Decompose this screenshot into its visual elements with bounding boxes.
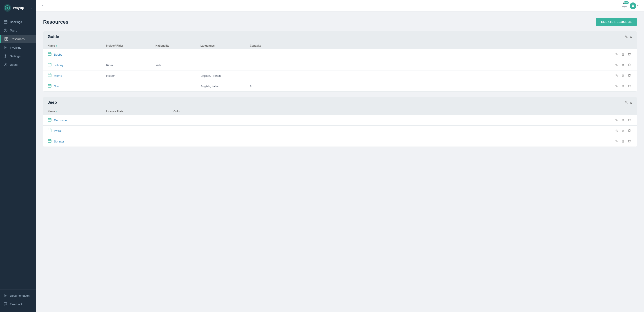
back-button[interactable]: ←: [41, 3, 46, 8]
guide-edit-icon[interactable]: ✎: [625, 35, 628, 39]
guide-col-name: Name ↑: [48, 44, 106, 47]
row-edit-button[interactable]: ✎: [614, 73, 620, 79]
tours-icon: [4, 28, 8, 32]
row-name[interactable]: Momo: [54, 74, 62, 77]
svg-rect-18: [48, 84, 51, 87]
table-row: Sprinter ✎ ⧉: [43, 136, 637, 147]
row-edit-button[interactable]: ✎: [614, 128, 620, 134]
row-name[interactable]: Patrol: [54, 129, 62, 133]
row-name-cell: Bobby: [48, 52, 106, 57]
svg-rect-16: [48, 63, 51, 66]
bookings-icon: [4, 20, 8, 24]
page-header: Resources CREATE RESOURCE: [43, 18, 637, 26]
users-icon: [4, 63, 8, 67]
svg-rect-5: [5, 37, 6, 39]
guide-col-capacity: Capacity: [250, 44, 632, 47]
row-delete-button[interactable]: [626, 128, 632, 134]
sidebar-item-tours[interactable]: Tours: [0, 26, 36, 35]
row-name-cell: Sprinter: [48, 139, 106, 144]
delete-icon: [628, 53, 631, 56]
guide-section-actions: ✎ ∧: [625, 35, 632, 39]
notification-badge: 99+: [624, 1, 629, 4]
row-delete-button[interactable]: [626, 73, 632, 79]
row-delete-button[interactable]: [626, 62, 632, 68]
svg-point-11: [5, 63, 6, 65]
row-delete-button[interactable]: [626, 139, 632, 144]
sidebar-item-invoicing[interactable]: Invoicing: [0, 43, 36, 52]
row-copy-button[interactable]: ⧉: [620, 128, 626, 134]
svg-rect-6: [6, 37, 8, 39]
create-resource-button[interactable]: CREATE RESOURCE: [596, 18, 637, 26]
row-edit-button[interactable]: ✎: [614, 52, 620, 57]
svg-rect-8: [6, 39, 8, 41]
guide-section-header: Guide ✎ ∧: [43, 31, 637, 42]
sidebar-item-documentation[interactable]: Documentation: [0, 291, 36, 300]
sidebar-collapse-icon[interactable]: ‹: [31, 6, 32, 10]
row-calendar-icon: [48, 118, 52, 123]
row-name[interactable]: Johnny: [54, 64, 63, 67]
user-menu[interactable]: ▾: [630, 3, 638, 9]
jeep-section: Jeep ✎ ∧ Name ↑ License Plate Color: [43, 97, 637, 147]
row-delete-button[interactable]: [626, 84, 632, 89]
sidebar-item-bookings[interactable]: Bookings: [0, 18, 36, 26]
guide-col-nationality: Nationality: [156, 44, 200, 47]
row-edit-button[interactable]: ✎: [614, 117, 620, 123]
row-delete-button[interactable]: [626, 52, 632, 57]
row-edit-button[interactable]: ✎: [614, 83, 620, 89]
row-copy-button[interactable]: ⧉: [620, 117, 626, 123]
row-actions: ✎ ⧉: [614, 117, 632, 123]
svg-rect-15: [48, 53, 51, 56]
row-copy-button[interactable]: ⧉: [620, 73, 626, 79]
sidebar-item-resources[interactable]: Resources: [0, 35, 36, 43]
sidebar-item-label-resources: Resources: [10, 37, 24, 41]
row-name-cell: Momo: [48, 73, 106, 78]
table-row: Johnny Rider Irish ✎ ⧉: [43, 60, 637, 70]
row-edit-button[interactable]: ✎: [614, 138, 620, 144]
sidebar-logo: wayop ‹: [0, 0, 36, 16]
jeep-name-sort-icon[interactable]: ↑: [56, 110, 57, 113]
guide-collapse-icon[interactable]: ∧: [630, 35, 632, 39]
row-copy-button[interactable]: ⧉: [620, 83, 626, 89]
row-name[interactable]: Toni: [54, 85, 59, 88]
sidebar-item-feedback[interactable]: Feedback: [0, 300, 36, 308]
row-edit-button[interactable]: ✎: [614, 62, 620, 68]
svg-rect-13: [4, 302, 7, 305]
row-nationality: Irish: [156, 64, 200, 67]
row-name[interactable]: Sprinter: [54, 140, 64, 143]
sidebar-item-label-bookings: Bookings: [10, 20, 22, 24]
row-copy-button[interactable]: ⧉: [620, 62, 626, 68]
row-copy-button[interactable]: ⧉: [620, 138, 626, 144]
svg-point-14: [632, 5, 634, 6]
guide-table: Name ↑ Insider/ Rider Nationality Langua…: [43, 42, 637, 92]
delete-icon: [628, 74, 631, 77]
sidebar-item-settings[interactable]: Settings: [0, 52, 36, 60]
name-sort-icon[interactable]: ↑: [56, 45, 57, 47]
row-name-cell: Excursion: [48, 118, 106, 123]
row-name[interactable]: Excursion: [54, 119, 67, 122]
table-row: Excursion ✎ ⧉: [43, 115, 637, 126]
sidebar-item-label-tours: Tours: [10, 29, 17, 32]
row-name-cell: Johnny: [48, 63, 106, 68]
table-row: Toni English, Italian 8 ✎ ⧉: [43, 81, 637, 92]
delete-icon: [628, 129, 631, 132]
jeep-edit-icon[interactable]: ✎: [625, 100, 628, 105]
row-copy-button[interactable]: ⧉: [620, 52, 626, 57]
guide-section: Guide ✎ ∧ Name ↑ Insider/ Rider Nati: [43, 31, 637, 92]
row-name[interactable]: Bobby: [54, 53, 62, 56]
row-languages: English, French: [200, 74, 250, 77]
svg-point-10: [5, 56, 6, 57]
row-capacity: 8: [250, 85, 614, 88]
guide-table-header: Name ↑ Insider/ Rider Nationality Langua…: [43, 42, 637, 49]
row-actions: ✎ ⧉: [614, 62, 632, 68]
jeep-collapse-icon[interactable]: ∧: [630, 100, 632, 105]
jeep-section-actions: ✎ ∧: [625, 100, 632, 105]
sidebar-item-users[interactable]: Users: [0, 60, 36, 69]
row-delete-button[interactable]: [626, 117, 632, 123]
page-title: Resources: [43, 19, 68, 25]
delete-icon: [628, 84, 631, 88]
row-name-cell: Patrol: [48, 128, 106, 133]
row-calendar-icon: [48, 84, 52, 89]
delete-icon: [628, 63, 631, 66]
notification-bell[interactable]: 99+: [622, 3, 627, 9]
wayop-logo-icon: [4, 4, 11, 12]
